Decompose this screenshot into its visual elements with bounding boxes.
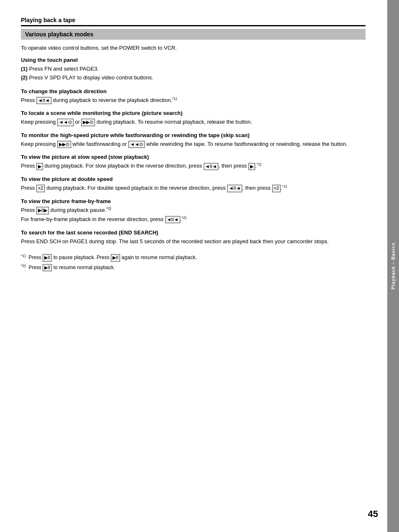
play-slow-icon: ▶ [36, 163, 43, 170]
frame-by-frame-text1: Press ▶II▶ during playback pause.*2) [21, 206, 366, 214]
page-number: 45 [368, 509, 378, 519]
frame-by-frame-heading: To view the picture frame-by-frame [21, 198, 366, 204]
subsection-title-text: Various playback modes [25, 31, 93, 38]
frame-by-frame-text2: For frame-by-frame playback in the rever… [21, 215, 366, 224]
fn2-resume-icon: ▶II [43, 264, 52, 271]
footnotes: *1) Press ▶II to pause playback. Press ▶… [21, 253, 366, 272]
double-speed-text: Press ×2 during playback. For double spe… [21, 184, 366, 192]
play-slow-icon2: ▶ [248, 163, 255, 170]
skip-scan-section: To monitor the high-speed picture while … [21, 132, 366, 148]
picture-search-heading: To locate a scene while monitoring the p… [21, 110, 366, 116]
x2-icon2: ×2 [272, 185, 281, 192]
slow-playback-text: Press ▶ during playback. For slow playba… [21, 162, 366, 170]
slow-playback-heading: To view the picture at slow speed (slow … [21, 154, 366, 160]
rev-pause-icon: ◄II◄ [36, 97, 51, 104]
touch-panel-item-1: (1) Press FN and select PAGE3. [21, 65, 366, 74]
picture-search-section: To locate a scene while monitoring the p… [21, 110, 366, 126]
change-direction-heading: To change the playback direction [21, 88, 366, 94]
footnote-1: *1) Press ▶II to pause playback. Press ▶… [21, 253, 366, 262]
frame-by-frame-section: To view the picture frame-by-frame Press… [21, 198, 366, 224]
rew-search-icon: ◄◄⊙ [57, 119, 74, 126]
x2-icon: ×2 [36, 185, 45, 192]
picture-search-text: Keep pressing ◄◄⊙ or ▶▶⊙ during playback… [21, 118, 366, 126]
touch-panel-section: Using the touch panel (1) Press FN and s… [21, 57, 366, 82]
double-speed-heading: To view the picture at double speed [21, 176, 366, 182]
frame-fwd-icon: ▶II▶ [36, 207, 49, 214]
skip-scan-heading: To monitor the high-speed picture while … [21, 132, 366, 138]
change-direction-section: To change the playback direction Press ◄… [21, 88, 366, 104]
footnote-2: *2) Press ▶II to resume normal playback. [21, 263, 366, 272]
end-search-section: To search for the last scene recorded (E… [21, 229, 366, 246]
fn1-pause-icon: ▶II [43, 254, 52, 261]
double-speed-section: To view the picture at double speed Pres… [21, 176, 366, 192]
fwd-skip-icon: ▶▶⊙ [57, 141, 71, 148]
rew-skip-icon: ◄◄⊙ [128, 141, 145, 148]
fwd-search-icon: ▶▶⊙ [81, 119, 95, 126]
sidebar-tab: Playback – Basics [387, 0, 399, 532]
end-search-text: Press END SCH on PAGE1 during stop. The … [21, 237, 366, 246]
touch-panel-heading: Using the touch panel [21, 57, 366, 63]
rev-slow-icon: ◄II◄ [204, 163, 219, 170]
rev-x2-icon: ◄II◄ [227, 185, 242, 192]
fn1-resume-icon: ▶II [111, 254, 120, 261]
page-wrapper: Playing back a tape Various playback mod… [0, 0, 399, 532]
sidebar-tab-text: Playback – Basics [391, 242, 396, 289]
skip-scan-text: Keep pressing ▶▶⊙ while fastforwarding o… [21, 140, 366, 148]
slow-playback-section: To view the picture at slow speed (slow … [21, 154, 366, 170]
end-search-heading: To search for the last scene recorded (E… [21, 229, 366, 236]
change-direction-text: Press ◄II◄ during playback to reverse th… [21, 96, 366, 104]
intro-text: To operate video control buttons, set th… [21, 45, 366, 51]
main-content: Playing back a tape Various playback mod… [0, 0, 399, 532]
frame-rev-icon: ◄II◄ [165, 216, 180, 223]
subsection-header: Various playback modes [21, 29, 366, 40]
section-title-text: Playing back a tape [21, 17, 75, 23]
section-title: Playing back a tape [21, 17, 366, 26]
touch-panel-item-2: (2) Press V SPD PLAY to display video co… [21, 74, 366, 82]
